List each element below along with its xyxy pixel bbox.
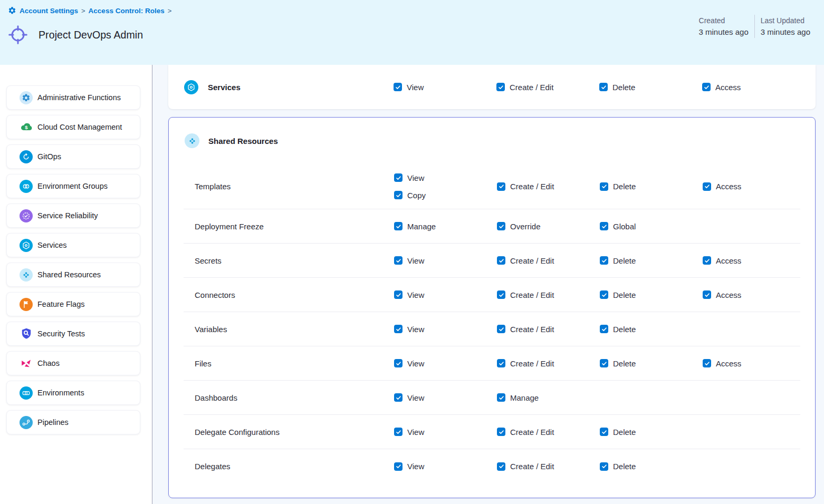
- permission-option: Delete: [600, 462, 703, 471]
- breadcrumb-link-roles[interactable]: Access Control: Roles: [89, 7, 165, 15]
- sidebar-item[interactable]: Security Tests: [6, 322, 140, 346]
- permission-checkbox-checked[interactable]: [394, 428, 403, 436]
- permission-label: View: [407, 173, 424, 182]
- check-icon: [396, 463, 401, 469]
- permission-checkbox-checked[interactable]: [497, 359, 505, 367]
- page-header: Account Settings > Access Control: Roles…: [0, 0, 824, 65]
- permission-checkbox-checked[interactable]: [703, 359, 711, 367]
- permission-checkbox-checked[interactable]: [703, 256, 711, 265]
- check-icon: [601, 183, 607, 189]
- permission-checkbox-checked[interactable]: [394, 222, 403, 230]
- permission-checkbox-checked[interactable]: [600, 359, 608, 367]
- permission-label: View: [407, 359, 424, 368]
- permission-checkbox-checked[interactable]: [497, 325, 505, 333]
- sidebar-item[interactable]: Environments: [6, 381, 140, 405]
- permission-label: View: [407, 428, 424, 437]
- permission-checkbox-checked[interactable]: [394, 462, 403, 471]
- security-shield-icon: [20, 327, 33, 341]
- permission-checkbox-checked[interactable]: [600, 222, 608, 230]
- permission-label: View: [407, 256, 424, 265]
- permission-checkbox-checked[interactable]: [497, 222, 505, 230]
- permission-checkbox-checked[interactable]: [497, 256, 505, 265]
- permission-row: Delegate Configurations View Create / Ed…: [184, 415, 800, 449]
- permission-checkbox-checked[interactable]: [496, 83, 505, 91]
- sidebar-item[interactable]: Pipelines: [6, 410, 140, 434]
- last-updated-value: 3 minutes ago: [761, 26, 810, 38]
- permission-option: View: [394, 462, 497, 471]
- shared-resources-icon: [185, 133, 199, 148]
- permission-label: Delete: [613, 290, 636, 299]
- permission-label: Create / Edit: [510, 256, 554, 265]
- sidebar-item[interactable]: Chaos: [6, 351, 140, 375]
- permission-option: Access: [702, 83, 801, 92]
- sidebar-item[interactable]: Shared Resources: [6, 263, 140, 287]
- permission-label: View: [407, 393, 424, 402]
- sidebar-item[interactable]: Feature Flags: [6, 292, 140, 316]
- permission-rows: Templates View Copy Create / Edit Delete…: [184, 164, 800, 483]
- check-icon: [499, 395, 504, 401]
- permission-label: Create / Edit: [510, 290, 554, 299]
- permission-option: View: [394, 393, 497, 402]
- permission-checkbox-checked[interactable]: [600, 428, 608, 436]
- sidebar-item[interactable]: GitOps: [6, 144, 140, 169]
- breadcrumb-link-account-settings[interactable]: Account Settings: [20, 7, 78, 15]
- sidebar-item[interactable]: Cloud Cost Management: [6, 115, 140, 139]
- permission-checkbox-checked[interactable]: [394, 173, 403, 182]
- permission-checkbox-checked[interactable]: [600, 290, 608, 299]
- permission-checkbox-checked[interactable]: [497, 290, 505, 299]
- permission-checkbox-checked[interactable]: [394, 290, 403, 299]
- permission-checkbox-checked[interactable]: [394, 325, 403, 333]
- permission-checkbox-checked[interactable]: [600, 256, 608, 265]
- sidebar-item-label: Chaos: [37, 359, 60, 367]
- permission-checkbox-checked[interactable]: [703, 290, 711, 299]
- permission-row: Deployment Freeze Manage Override Global: [184, 209, 800, 244]
- permission-label: Access: [716, 182, 741, 191]
- permission-checkbox-checked[interactable]: [394, 393, 403, 402]
- created-label: Created: [699, 15, 749, 26]
- sidebar-item[interactable]: Environment Groups: [6, 174, 140, 198]
- permission-checkbox-checked[interactable]: [600, 182, 608, 191]
- cloud-dollar-icon: [20, 121, 33, 134]
- permission-row: Connectors View Create / Edit Delete Acc…: [184, 278, 800, 312]
- sidebar-item-label: Security Tests: [37, 329, 85, 338]
- permission-row: Files View Create / Edit Delete Access: [184, 346, 800, 381]
- check-icon: [601, 361, 607, 366]
- permission-row: Delegates View Create / Edit Delete: [184, 449, 800, 483]
- permission-checkbox-checked[interactable]: [600, 462, 608, 471]
- sidebar-item[interactable]: Administrative Functions: [6, 85, 140, 110]
- check-icon: [499, 463, 504, 469]
- resource-label: Variables: [184, 325, 394, 334]
- permission-option: View: [394, 290, 497, 299]
- check-icon: [704, 292, 710, 298]
- permission-option: Delete: [600, 325, 703, 334]
- sidebar-item-label: Feature Flags: [37, 300, 84, 308]
- permission-row: Templates View Copy Create / Edit Delete…: [184, 164, 800, 209]
- permission-checkbox-checked[interactable]: [600, 325, 608, 333]
- permission-checkbox-checked[interactable]: [394, 359, 403, 367]
- sidebar-item[interactable]: Service Reliability: [6, 203, 140, 228]
- permission-checkbox-checked[interactable]: [497, 428, 505, 436]
- check-icon: [396, 175, 401, 181]
- permission-checkbox-checked[interactable]: [394, 256, 403, 265]
- permission-checkbox-checked[interactable]: [394, 191, 403, 199]
- permission-option: Delete: [600, 359, 703, 368]
- role-meta: Created 3 minutes ago Last Updated 3 min…: [693, 15, 816, 38]
- permission-checkbox-checked[interactable]: [497, 462, 505, 471]
- permission-checkbox-checked[interactable]: [497, 393, 505, 402]
- permission-checkbox-checked[interactable]: [599, 83, 608, 91]
- permission-checkbox-checked[interactable]: [702, 83, 711, 91]
- permission-label: Manage: [407, 222, 436, 231]
- permission-option: Create / Edit: [497, 359, 600, 368]
- sidebar-item[interactable]: Services: [6, 233, 140, 257]
- environments-icon: [20, 386, 33, 400]
- permission-checkbox-checked[interactable]: [497, 182, 505, 191]
- permission-label: View: [407, 290, 424, 299]
- permission-option: Manage: [497, 393, 600, 402]
- check-icon: [601, 463, 607, 469]
- check-icon: [396, 429, 401, 435]
- services-icon: [20, 239, 33, 252]
- permission-checkbox-checked[interactable]: [394, 83, 402, 91]
- permission-checkbox-checked[interactable]: [703, 182, 711, 191]
- target-crosshair-icon: [7, 24, 28, 45]
- permission-option: Create / Edit: [497, 462, 600, 471]
